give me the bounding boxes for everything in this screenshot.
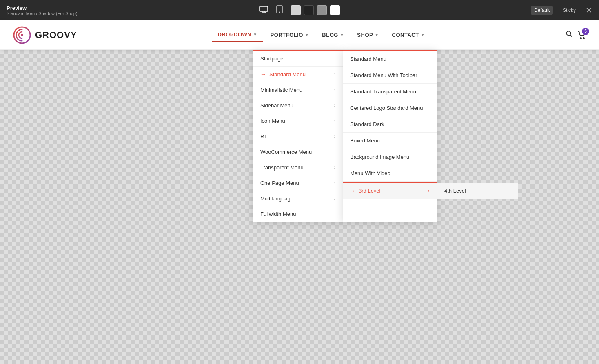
dropdown-item2-dark[interactable]: Standard Dark	[343, 116, 437, 133]
default-mode-btn[interactable]: Default	[531, 6, 553, 15]
nav-item-shop[interactable]: SHOP ▼	[351, 29, 384, 41]
sticky-mode-btn[interactable]: Sticky	[559, 6, 579, 15]
cart-icon[interactable]: 5	[578, 31, 586, 39]
chevron-right-icon: ›	[334, 119, 335, 123]
chevron-right-onepage: ›	[334, 181, 335, 185]
swatch-white[interactable]	[330, 5, 340, 15]
arrow-icon-3rdlevel: →	[350, 188, 355, 194]
nav-item-dropdown[interactable]: DROPDOWN ▼	[212, 28, 263, 42]
chevron-right-minimalistic: ›	[334, 88, 335, 92]
preview-subtitle: Standard Menu Shadow (For Shop)	[7, 11, 78, 16]
svg-point-11	[583, 38, 584, 39]
dropdown-item-startpage[interactable]: Startpage	[253, 51, 343, 67]
svg-point-10	[580, 38, 581, 39]
top-bar: Preview Standard Menu Shadow (For Shop)	[0, 0, 599, 20]
nav-item-portfolio[interactable]: PORTFOLIO ▼	[265, 29, 315, 41]
dropdown-item-onepage[interactable]: One Page Menu ›	[253, 175, 343, 191]
chevron-icon-blog: ▼	[340, 33, 344, 37]
chevron-icon-contact: ▼	[421, 33, 425, 37]
dropdown-item2-standard[interactable]: Standard Menu	[343, 51, 437, 67]
dropdown-item2-centered[interactable]: Centered Logo Standard Menu	[343, 100, 437, 116]
dropdown-item2-toolbar[interactable]: Standard Menu With Toolbar	[343, 67, 437, 84]
chevron-icon-portfolio: ▼	[305, 33, 309, 37]
dropdown-item-minimalistic[interactable]: Minimalistic Menu ›	[253, 82, 343, 98]
nav-label-blog: BLOG	[322, 32, 338, 38]
chevron-right-standard: ›	[334, 72, 335, 77]
desktop-icon[interactable]	[259, 6, 268, 15]
dropdown-item2-boxed[interactable]: Boxed Menu	[343, 133, 437, 149]
logo-icon	[13, 26, 31, 44]
chevron-right-sidebar: ›	[334, 103, 335, 108]
dropdown-item2-transparent[interactable]: Standard Transparent Menu	[343, 84, 437, 100]
chevron-right-3rdlevel: ›	[428, 189, 429, 193]
logo-text: GROOVY	[35, 30, 77, 40]
color-swatches	[291, 5, 340, 15]
cart-badge-count: 5	[582, 28, 589, 35]
svg-rect-0	[260, 6, 268, 11]
dropdown-item-woo[interactable]: WooCommerce Menu	[253, 144, 343, 160]
chevron-icon-dropdown: ▼	[253, 32, 257, 37]
swatch-light-gray[interactable]	[291, 5, 301, 15]
nav-label-contact: CONTACT	[392, 32, 419, 38]
dropdown-item2-bgimage[interactable]: Background Image Menu	[343, 149, 437, 165]
chevron-right-multilanguage: ›	[334, 196, 335, 201]
nav-item-contact[interactable]: CONTACT ▼	[386, 29, 431, 41]
svg-point-8	[566, 31, 570, 36]
svg-line-9	[570, 35, 572, 37]
chevron-right-rtl: ›	[334, 134, 335, 139]
close-button[interactable]: ✕	[586, 6, 592, 14]
svg-point-7	[21, 34, 23, 36]
nav-label-portfolio: PORTFOLIO	[271, 32, 303, 38]
dropdown-item-icon-menu[interactable]: Icon Menu ›	[253, 113, 343, 129]
preview-info: Preview Standard Menu Shadow (For Shop)	[7, 5, 78, 16]
dropdown-item3-3rdlevel[interactable]: → 3rd Level ›	[343, 183, 437, 199]
dropdown-item2-video[interactable]: Menu With Video	[343, 165, 437, 182]
level3-container: → 3rd Level › 4th Level ›	[343, 182, 437, 199]
nav-actions: 5	[566, 30, 586, 40]
chevron-right-4thlevel: ›	[510, 189, 511, 193]
main-nav: DROPDOWN ▼ PORTFOLIO ▼ BLOG ▼ SHOP ▼ CON…	[212, 28, 430, 42]
top-bar-right: Default Sticky ✕	[531, 6, 592, 15]
logo[interactable]: GROOVY	[13, 26, 77, 44]
dropdown-item4-4thlevel[interactable]: 4th Level ›	[437, 183, 518, 199]
nav-label-shop: SHOP	[357, 32, 373, 38]
swatch-gray[interactable]	[317, 5, 327, 15]
search-icon[interactable]	[566, 30, 573, 40]
main-content: Startpage → Standard Menu › Minimalistic…	[0, 50, 599, 364]
dropdown-item-standard-menu[interactable]: → Standard Menu ›	[253, 67, 343, 82]
dropdown-item-multilanguage[interactable]: Multilanguage ›	[253, 191, 343, 206]
swatch-dark[interactable]	[304, 5, 314, 15]
dropdown-item-fullwidth[interactable]: Fullwidth Menu	[253, 206, 343, 222]
nav-label-dropdown: DROPDOWN	[217, 31, 251, 38]
chevron-icon-shop: ▼	[375, 33, 379, 37]
dropdown-level2: Standard Menu Standard Menu With Toolbar…	[343, 50, 437, 222]
nav-item-blog[interactable]: BLOG ▼	[316, 29, 350, 41]
dropdown-item-sidebar[interactable]: Sidebar Menu ›	[253, 98, 343, 113]
dropdown-item-rtl[interactable]: RTL ›	[253, 129, 343, 144]
tablet-icon[interactable]	[276, 5, 283, 16]
preview-label: Preview	[7, 5, 78, 11]
top-bar-center	[259, 5, 340, 16]
site-header: GROOVY DROPDOWN ▼ PORTFOLIO ▼ BLOG ▼ SHO…	[0, 20, 599, 50]
dropdown-level1: Startpage → Standard Menu › Minimalistic…	[253, 50, 343, 222]
level2-bottom-section: → 3rd Level › 4th Level ›	[343, 182, 437, 199]
chevron-right-transparent: ›	[334, 165, 335, 170]
arrow-icon-standard: →	[260, 71, 266, 78]
dropdown-item-transparent[interactable]: Transparent Menu ›	[253, 160, 343, 175]
svg-point-5	[279, 12, 280, 13]
dropdown-container: Startpage → Standard Menu › Minimalistic…	[253, 50, 437, 222]
